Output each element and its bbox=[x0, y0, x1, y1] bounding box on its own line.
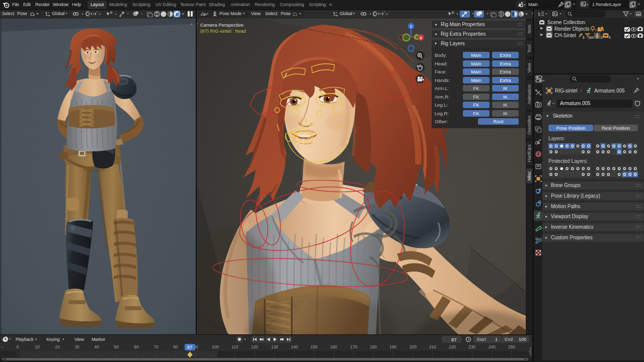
svg-text:150: 150 bbox=[310, 344, 317, 349]
svg-text:130: 130 bbox=[271, 344, 278, 349]
svg-text:X: X bbox=[420, 36, 422, 40]
svg-text:230: 230 bbox=[468, 344, 475, 349]
svg-text:220: 220 bbox=[449, 344, 456, 349]
svg-text:3: 3 bbox=[601, 36, 603, 39]
svg-text:80: 80 bbox=[173, 344, 178, 349]
svg-text:4: 4 bbox=[609, 36, 611, 39]
svg-text:140: 140 bbox=[291, 344, 298, 349]
svg-text:0: 0 bbox=[17, 344, 19, 349]
svg-text:7: 7 bbox=[595, 29, 597, 32]
svg-text:120: 120 bbox=[251, 344, 258, 349]
svg-text:160: 160 bbox=[330, 344, 337, 349]
svg-text:10: 10 bbox=[35, 344, 40, 349]
svg-text:40: 40 bbox=[94, 344, 99, 349]
svg-text:60: 60 bbox=[134, 344, 139, 349]
svg-text:190: 190 bbox=[389, 344, 396, 349]
svg-text:70: 70 bbox=[153, 344, 158, 349]
svg-text:180: 180 bbox=[370, 344, 377, 349]
svg-text:200: 200 bbox=[410, 344, 417, 349]
svg-text:164: 164 bbox=[588, 36, 594, 39]
svg-text:240: 240 bbox=[489, 344, 496, 349]
svg-text:Z: Z bbox=[410, 24, 413, 29]
svg-text:100: 100 bbox=[212, 344, 219, 349]
svg-text:6: 6 bbox=[583, 36, 585, 39]
svg-text:250: 250 bbox=[508, 344, 515, 349]
svg-text:50: 50 bbox=[114, 344, 119, 349]
svg-text:30: 30 bbox=[74, 344, 79, 349]
svg-text:110: 110 bbox=[231, 344, 238, 349]
svg-text:210: 210 bbox=[429, 344, 436, 349]
svg-text:170: 170 bbox=[350, 344, 357, 349]
svg-text:20: 20 bbox=[55, 344, 60, 349]
